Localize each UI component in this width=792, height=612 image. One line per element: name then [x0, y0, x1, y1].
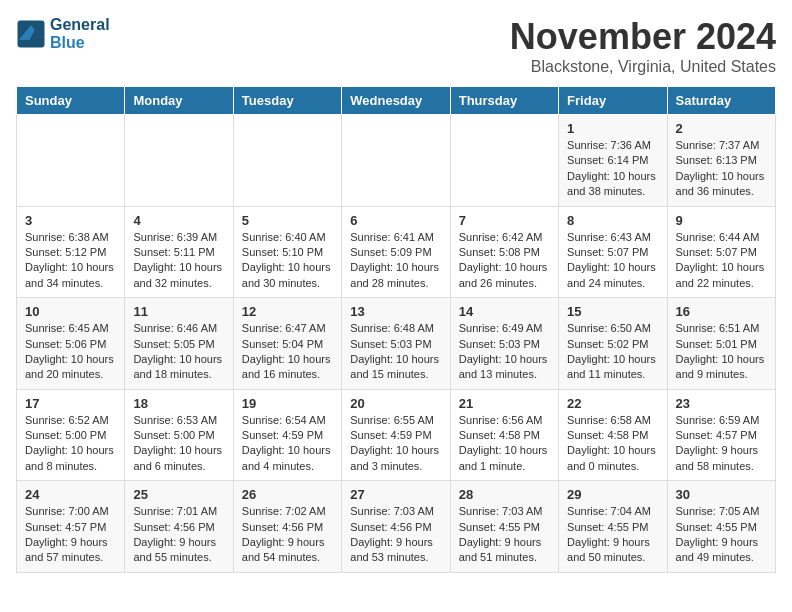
day-number: 18	[133, 396, 224, 411]
day-number: 12	[242, 304, 333, 319]
calendar-cell: 6Sunrise: 6:41 AM Sunset: 5:09 PM Daylig…	[342, 206, 450, 298]
calendar-week-row: 3Sunrise: 6:38 AM Sunset: 5:12 PM Daylig…	[17, 206, 776, 298]
calendar-cell: 3Sunrise: 6:38 AM Sunset: 5:12 PM Daylig…	[17, 206, 125, 298]
calendar-cell: 2Sunrise: 7:37 AM Sunset: 6:13 PM Daylig…	[667, 115, 775, 207]
day-number: 20	[350, 396, 441, 411]
day-info: Sunrise: 7:00 AM Sunset: 4:57 PM Dayligh…	[25, 504, 116, 566]
day-info: Sunrise: 7:03 AM Sunset: 4:56 PM Dayligh…	[350, 504, 441, 566]
day-number: 30	[676, 487, 767, 502]
day-number: 9	[676, 213, 767, 228]
day-number: 14	[459, 304, 550, 319]
calendar-cell: 23Sunrise: 6:59 AM Sunset: 4:57 PM Dayli…	[667, 389, 775, 481]
calendar-cell: 10Sunrise: 6:45 AM Sunset: 5:06 PM Dayli…	[17, 298, 125, 390]
day-number: 16	[676, 304, 767, 319]
day-number: 13	[350, 304, 441, 319]
calendar-cell: 9Sunrise: 6:44 AM Sunset: 5:07 PM Daylig…	[667, 206, 775, 298]
day-info: Sunrise: 6:59 AM Sunset: 4:57 PM Dayligh…	[676, 413, 767, 475]
logo: General Blue	[16, 16, 110, 52]
day-number: 8	[567, 213, 658, 228]
calendar-cell	[233, 115, 341, 207]
day-number: 19	[242, 396, 333, 411]
day-info: Sunrise: 6:58 AM Sunset: 4:58 PM Dayligh…	[567, 413, 658, 475]
calendar-cell: 12Sunrise: 6:47 AM Sunset: 5:04 PM Dayli…	[233, 298, 341, 390]
day-number: 2	[676, 121, 767, 136]
calendar-cell: 13Sunrise: 6:48 AM Sunset: 5:03 PM Dayli…	[342, 298, 450, 390]
day-info: Sunrise: 6:41 AM Sunset: 5:09 PM Dayligh…	[350, 230, 441, 292]
logo-icon	[16, 19, 46, 49]
day-number: 1	[567, 121, 658, 136]
weekday-header-cell: Sunday	[17, 87, 125, 115]
day-info: Sunrise: 6:39 AM Sunset: 5:11 PM Dayligh…	[133, 230, 224, 292]
calendar-cell	[17, 115, 125, 207]
calendar-cell: 16Sunrise: 6:51 AM Sunset: 5:01 PM Dayli…	[667, 298, 775, 390]
calendar-cell: 27Sunrise: 7:03 AM Sunset: 4:56 PM Dayli…	[342, 481, 450, 573]
day-number: 6	[350, 213, 441, 228]
calendar-week-row: 17Sunrise: 6:52 AM Sunset: 5:00 PM Dayli…	[17, 389, 776, 481]
calendar-cell: 30Sunrise: 7:05 AM Sunset: 4:55 PM Dayli…	[667, 481, 775, 573]
calendar-cell: 4Sunrise: 6:39 AM Sunset: 5:11 PM Daylig…	[125, 206, 233, 298]
location: Blackstone, Virginia, United States	[510, 58, 776, 76]
day-number: 24	[25, 487, 116, 502]
weekday-header-cell: Wednesday	[342, 87, 450, 115]
calendar-table: SundayMondayTuesdayWednesdayThursdayFrid…	[16, 86, 776, 573]
day-info: Sunrise: 6:48 AM Sunset: 5:03 PM Dayligh…	[350, 321, 441, 383]
day-info: Sunrise: 6:50 AM Sunset: 5:02 PM Dayligh…	[567, 321, 658, 383]
calendar-cell: 19Sunrise: 6:54 AM Sunset: 4:59 PM Dayli…	[233, 389, 341, 481]
calendar-cell	[342, 115, 450, 207]
calendar-cell	[125, 115, 233, 207]
day-number: 21	[459, 396, 550, 411]
day-info: Sunrise: 7:05 AM Sunset: 4:55 PM Dayligh…	[676, 504, 767, 566]
weekday-header-cell: Tuesday	[233, 87, 341, 115]
day-info: Sunrise: 6:56 AM Sunset: 4:58 PM Dayligh…	[459, 413, 550, 475]
calendar-cell: 11Sunrise: 6:46 AM Sunset: 5:05 PM Dayli…	[125, 298, 233, 390]
day-number: 5	[242, 213, 333, 228]
calendar-cell: 21Sunrise: 6:56 AM Sunset: 4:58 PM Dayli…	[450, 389, 558, 481]
day-info: Sunrise: 6:43 AM Sunset: 5:07 PM Dayligh…	[567, 230, 658, 292]
day-info: Sunrise: 6:52 AM Sunset: 5:00 PM Dayligh…	[25, 413, 116, 475]
calendar-cell: 8Sunrise: 6:43 AM Sunset: 5:07 PM Daylig…	[559, 206, 667, 298]
day-number: 23	[676, 396, 767, 411]
calendar-cell: 1Sunrise: 7:36 AM Sunset: 6:14 PM Daylig…	[559, 115, 667, 207]
calendar-cell: 25Sunrise: 7:01 AM Sunset: 4:56 PM Dayli…	[125, 481, 233, 573]
day-info: Sunrise: 6:44 AM Sunset: 5:07 PM Dayligh…	[676, 230, 767, 292]
day-info: Sunrise: 7:36 AM Sunset: 6:14 PM Dayligh…	[567, 138, 658, 200]
title-area: November 2024 Blackstone, Virginia, Unit…	[510, 16, 776, 76]
logo-text: General Blue	[50, 16, 110, 52]
calendar-cell: 17Sunrise: 6:52 AM Sunset: 5:00 PM Dayli…	[17, 389, 125, 481]
day-number: 22	[567, 396, 658, 411]
calendar-cell: 5Sunrise: 6:40 AM Sunset: 5:10 PM Daylig…	[233, 206, 341, 298]
day-info: Sunrise: 7:04 AM Sunset: 4:55 PM Dayligh…	[567, 504, 658, 566]
day-info: Sunrise: 7:01 AM Sunset: 4:56 PM Dayligh…	[133, 504, 224, 566]
day-info: Sunrise: 6:53 AM Sunset: 5:00 PM Dayligh…	[133, 413, 224, 475]
day-info: Sunrise: 6:51 AM Sunset: 5:01 PM Dayligh…	[676, 321, 767, 383]
weekday-header-row: SundayMondayTuesdayWednesdayThursdayFrid…	[17, 87, 776, 115]
day-info: Sunrise: 7:02 AM Sunset: 4:56 PM Dayligh…	[242, 504, 333, 566]
calendar-cell: 22Sunrise: 6:58 AM Sunset: 4:58 PM Dayli…	[559, 389, 667, 481]
calendar-cell: 20Sunrise: 6:55 AM Sunset: 4:59 PM Dayli…	[342, 389, 450, 481]
day-info: Sunrise: 6:46 AM Sunset: 5:05 PM Dayligh…	[133, 321, 224, 383]
day-number: 27	[350, 487, 441, 502]
day-number: 15	[567, 304, 658, 319]
day-number: 3	[25, 213, 116, 228]
day-info: Sunrise: 6:47 AM Sunset: 5:04 PM Dayligh…	[242, 321, 333, 383]
day-number: 11	[133, 304, 224, 319]
day-info: Sunrise: 6:42 AM Sunset: 5:08 PM Dayligh…	[459, 230, 550, 292]
calendar-cell: 26Sunrise: 7:02 AM Sunset: 4:56 PM Dayli…	[233, 481, 341, 573]
day-number: 10	[25, 304, 116, 319]
calendar-cell: 18Sunrise: 6:53 AM Sunset: 5:00 PM Dayli…	[125, 389, 233, 481]
page-header: General Blue November 2024 Blackstone, V…	[16, 16, 776, 76]
calendar-cell: 15Sunrise: 6:50 AM Sunset: 5:02 PM Dayli…	[559, 298, 667, 390]
calendar-cell: 14Sunrise: 6:49 AM Sunset: 5:03 PM Dayli…	[450, 298, 558, 390]
calendar-week-row: 24Sunrise: 7:00 AM Sunset: 4:57 PM Dayli…	[17, 481, 776, 573]
day-info: Sunrise: 6:40 AM Sunset: 5:10 PM Dayligh…	[242, 230, 333, 292]
calendar-cell: 7Sunrise: 6:42 AM Sunset: 5:08 PM Daylig…	[450, 206, 558, 298]
weekday-header-cell: Thursday	[450, 87, 558, 115]
day-info: Sunrise: 6:55 AM Sunset: 4:59 PM Dayligh…	[350, 413, 441, 475]
day-number: 25	[133, 487, 224, 502]
calendar-week-row: 10Sunrise: 6:45 AM Sunset: 5:06 PM Dayli…	[17, 298, 776, 390]
day-number: 4	[133, 213, 224, 228]
day-info: Sunrise: 7:03 AM Sunset: 4:55 PM Dayligh…	[459, 504, 550, 566]
calendar-body: 1Sunrise: 7:36 AM Sunset: 6:14 PM Daylig…	[17, 115, 776, 573]
calendar-cell: 29Sunrise: 7:04 AM Sunset: 4:55 PM Dayli…	[559, 481, 667, 573]
weekday-header-cell: Friday	[559, 87, 667, 115]
